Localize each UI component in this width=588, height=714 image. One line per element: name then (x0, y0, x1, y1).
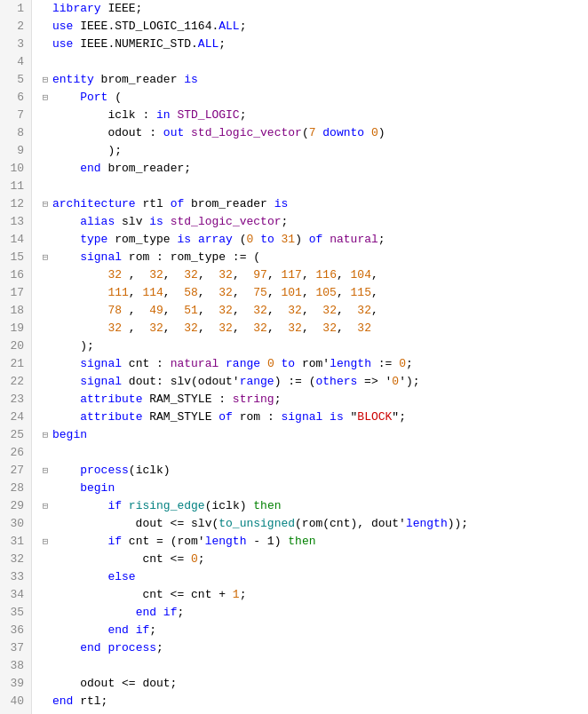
code-line: iclk : in STD_LOGIC; (39, 107, 588, 124)
line-number: 35 (7, 604, 24, 622)
code-line: use IEEE.NUMERIC_STD.ALL; (39, 36, 588, 53)
token-id-orange: 32 (149, 266, 163, 284)
line-number: 17 (7, 284, 24, 302)
token-plain: rom : rom_type := ( (122, 249, 260, 266)
code-line: cnt <= cnt + 1; (39, 586, 588, 604)
token-id-orange: 114 (142, 284, 163, 302)
token-plain: cnt <= (52, 551, 191, 568)
token-id-orange: 115 (351, 284, 371, 302)
token-kw-blue: downto (322, 124, 364, 142)
token-plain: ); (52, 337, 94, 355)
fold-indicator[interactable]: ⊟ (39, 195, 52, 213)
line-number: 10 (7, 160, 24, 178)
token-plain: ; (156, 639, 163, 657)
token-plain: , (163, 284, 184, 302)
line-number-gutter: 1234567891011121314151617181920212223242… (0, 0, 32, 714)
token-plain: iclk : (52, 107, 156, 124)
token-id-orange: 0 (267, 355, 274, 373)
code-line: alias slv is std_logic_vector; (39, 213, 588, 231)
token-plain (52, 639, 80, 657)
token-kw-blue: process (80, 462, 129, 480)
line-number: 38 (7, 657, 24, 675)
token-plain (52, 409, 80, 426)
token-id-orange: 111 (107, 284, 128, 302)
token-plain (274, 231, 282, 249)
token-kw-green: then (253, 497, 281, 515)
token-plain: ; (282, 213, 289, 231)
token-plain (52, 320, 107, 337)
token-plain: , (233, 320, 253, 337)
fold-indicator[interactable]: ⊟ (39, 426, 52, 444)
token-id-orange: 32 (288, 302, 302, 320)
token-kw-blue: signal (80, 355, 122, 373)
token-plain: ; (274, 391, 282, 409)
token-plain (52, 213, 80, 231)
token-kw-blue: use (52, 36, 73, 53)
token-kw-blue: signal (80, 249, 122, 266)
line-number: 30 (7, 515, 24, 533)
token-kw-blue: if (107, 533, 122, 551)
token-plain (52, 302, 107, 320)
fold-indicator[interactable]: ⊟ (39, 462, 52, 480)
line-number: 25 (7, 426, 24, 444)
token-kw-blue: entity (52, 71, 94, 89)
fold-indicator[interactable]: ⊟ (39, 71, 52, 89)
token-plain (260, 355, 267, 373)
token-plain: brom_reader; (101, 160, 191, 178)
token-plain: odout : (52, 124, 163, 142)
token-plain: , (337, 284, 351, 302)
token-plain: ; (240, 107, 247, 124)
token-kw-blue: signal (281, 409, 322, 426)
token-plain: IEEE.STD_LOGIC_1164. (73, 18, 219, 36)
token-plain: ( (107, 89, 122, 107)
line-number: 1 (7, 0, 24, 18)
token-id-orange: 105 (316, 284, 337, 302)
token-plain: , (198, 302, 219, 320)
token-kw-blue: alias (80, 213, 115, 231)
token-plain: , (163, 302, 184, 320)
token-plain (219, 355, 226, 373)
token-kw-blue: others (315, 373, 357, 391)
token-id-orange: 32 (357, 302, 371, 320)
token-id-orange: 0 (191, 551, 198, 568)
token-plain: slv (115, 213, 149, 231)
token-plain: rom : (233, 409, 282, 426)
line-number: 40 (7, 693, 24, 710)
token-kw-blue: array (198, 231, 233, 249)
code-line (39, 657, 588, 675)
line-number: 5 (7, 71, 24, 89)
token-plain (364, 124, 371, 142)
token-id-orange: 32 (322, 302, 337, 320)
code-line: begin (39, 480, 588, 497)
token-kw-blue: is (184, 71, 198, 89)
line-number: 18 (7, 302, 24, 320)
token-plain (52, 604, 136, 622)
fold-indicator[interactable]: ⊟ (39, 533, 52, 551)
token-plain: dout: slv(odout' (122, 373, 240, 391)
token-plain: , (163, 266, 184, 284)
code-line: odout <= dout; (39, 675, 588, 693)
token-plain: ( (233, 231, 247, 249)
token-id-orange: 32 (184, 266, 198, 284)
fold-indicator[interactable]: ⊟ (39, 89, 52, 107)
token-plain: , (302, 320, 322, 337)
line-number: 3 (7, 36, 24, 53)
fold-indicator[interactable]: ⊟ (39, 249, 52, 266)
line-number: 20 (7, 337, 24, 355)
line-number: 4 (7, 53, 24, 71)
token-plain (122, 497, 129, 515)
token-plain: , (302, 284, 316, 302)
line-number: 22 (7, 373, 24, 391)
token-id-orange: 1 (233, 586, 240, 604)
token-plain: , (267, 266, 282, 284)
fold-indicator[interactable]: ⊟ (39, 497, 52, 515)
code-line: cnt <= 0; (39, 551, 588, 568)
token-plain (191, 231, 198, 249)
token-id-orange: 32 (149, 320, 163, 337)
token-id-purple: std_logic_vector (171, 213, 282, 231)
code-line: signal cnt : natural range 0 to rom'leng… (39, 355, 588, 373)
line-number: 37 (7, 639, 24, 657)
code-line: end if; (39, 622, 588, 639)
token-id-orange: 49 (149, 302, 163, 320)
token-id-orange: 97 (253, 266, 267, 284)
